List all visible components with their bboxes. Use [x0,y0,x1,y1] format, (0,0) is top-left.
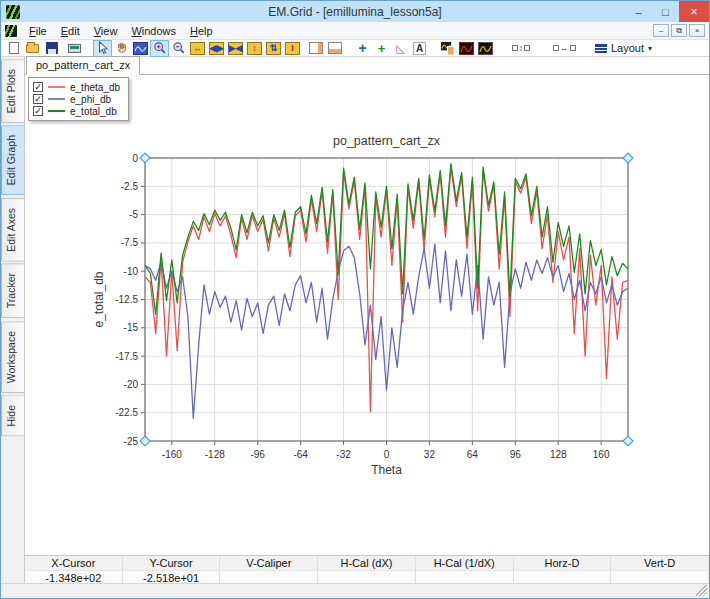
crosshair-button[interactable]: + [353,40,372,57]
svg-text:64: 64 [467,449,479,460]
svg-text:-7.5: -7.5 [121,237,139,248]
panel-horizontal-icon [328,42,342,54]
zoom-out-button[interactable] [169,40,188,57]
window-title: EM.Grid - [emillumina_lesson5a] [1,5,709,19]
move-axes-icon: + [378,42,386,55]
collapse-y-button[interactable]: Ι [283,40,302,57]
sidebar-tab-hide[interactable]: Hide [1,395,24,437]
svg-text:-5: -5 [129,209,138,220]
plot-tab[interactable]: po_pattern_cart_zx [26,56,140,75]
sidebar-tab-edit-axes[interactable]: Edit Axes [1,198,24,262]
document-logo-icon [5,25,17,37]
text-tool-icon: A [413,42,426,55]
print-button[interactable] [65,40,84,57]
zoom-in-button[interactable] [150,40,169,57]
match-width-icon: ↔ [553,44,576,53]
copy-plot-button[interactable] [438,40,457,57]
match-height-button[interactable]: ↕ [504,40,538,57]
maximize-button[interactable]: □ [652,1,679,22]
svg-text:-160: -160 [162,449,182,460]
document-tab-bar: po_pattern_cart_zx [25,57,709,75]
series-line-swatch [48,98,65,100]
minimize-button[interactable]: – [625,1,652,22]
status-col-vert-d: Vert-D [611,556,709,570]
legend-item: e_theta_db [33,81,120,93]
panel-vertical-button[interactable] [306,40,325,57]
resize-grip[interactable] [696,585,707,596]
text-tool-button[interactable]: A [410,40,429,57]
legend-item: e_total_db [33,105,120,117]
checkbox-checked-icon[interactable] [33,82,43,92]
plot-style-red-button[interactable] [457,40,476,57]
copy-plot-icon [440,41,455,56]
plot-dark-yellow-icon [478,42,493,55]
zoom-out-icon [172,41,186,55]
crosshair-icon: + [358,41,366,55]
mdi-minimize-button[interactable]: – [653,24,669,37]
expand-x-button[interactable]: ↔ [188,40,207,57]
menu-edit[interactable]: Edit [54,23,87,39]
new-button[interactable] [4,40,23,57]
sidebar-tab-workspace[interactable]: Workspace [1,321,24,393]
checkbox-checked-icon[interactable] [33,106,43,116]
save-button[interactable] [42,40,61,57]
status-col-v-caliper: V-Caliper [220,556,318,570]
sidebar-tab-edit-plots[interactable]: Edit Plots [1,59,24,123]
svg-text:e_total_db: e_total_db [92,271,106,327]
svg-text:-96: -96 [250,449,265,460]
sidebar-tab-tracker[interactable]: Tracker [1,263,24,318]
svg-text:160: 160 [593,449,610,460]
svg-text:-17.5: -17.5 [115,351,138,362]
angle-triangle-icon: ◺ [396,43,404,54]
chevron-down-icon: ▾ [648,44,652,53]
plot-style-yellow-button[interactable] [476,40,495,57]
panel-vertical-icon [309,42,323,54]
match-height-icon: ↕ [512,44,531,53]
status-col-h-cal-dx: H-Cal (dX) [318,556,416,570]
graph-panel[interactable]: e_theta_db e_phi_db e_total_db -160-128-… [25,75,709,555]
svg-text:-2.5: -2.5 [121,181,139,192]
mdi-restore-button[interactable]: ⧉ [671,24,687,37]
expand-y-button[interactable]: ↕ [245,40,264,57]
svg-text:0: 0 [132,153,138,164]
svg-text:-22.5: -22.5 [115,407,138,418]
svg-text:-128: -128 [205,449,225,460]
app-window: EM.Grid - [emillumina_lesson5a] – □ × Fi… [0,0,710,599]
svg-text:po_pattern_cart_zx: po_pattern_cart_zx [333,134,441,148]
move-axes-button[interactable]: + [372,40,391,57]
pan-hand-icon [115,41,129,55]
select-tool-button[interactable] [93,40,112,57]
collapse-x-button[interactable]: ▶◀ [226,40,245,57]
save-floppy-icon [46,42,58,54]
menu-windows[interactable]: Windows [124,23,183,39]
plot-legend: e_theta_db e_phi_db e_total_db [28,77,129,121]
pan-tool-button[interactable] [112,40,131,57]
svg-text:-12.5: -12.5 [115,294,138,305]
menu-file[interactable]: File [22,23,54,39]
menu-view[interactable]: View [87,23,125,39]
status-col-y-cursor: Y-Cursor [123,556,221,570]
sidebar-tab-edit-graph[interactable]: Edit Graph [1,125,24,195]
match-width-button[interactable]: ↔ [547,40,581,57]
zoom-window-button[interactable] [131,40,150,57]
checkbox-checked-icon[interactable] [33,94,43,104]
close-button[interactable]: × [679,1,709,22]
svg-text:96: 96 [510,449,522,460]
series-line-swatch [48,86,65,88]
arrows-out-x-button[interactable]: ◀▶ [207,40,226,57]
mdi-close-button[interactable]: × [689,24,705,37]
cartesian-plot[interactable]: -160-128-96-64-3203264961281600-2.5-5-7.… [25,75,701,537]
legend-item: e_phi_db [33,93,120,105]
svg-text:-10: -10 [124,266,139,277]
panel-horizontal-button[interactable] [325,40,344,57]
layout-button[interactable]: Layout ▾ [590,42,657,54]
arrows-out-y-button[interactable]: ⇅ [264,40,283,57]
menu-help[interactable]: Help [183,23,220,39]
plot-dark-red-icon [459,42,474,55]
new-file-icon [9,42,19,54]
angle-button[interactable]: ◺ [391,40,410,57]
open-button[interactable] [23,40,42,57]
window-status-bar [1,583,709,598]
layout-bars-icon [595,44,607,53]
collapse-x-icon: ▶◀ [228,42,243,55]
